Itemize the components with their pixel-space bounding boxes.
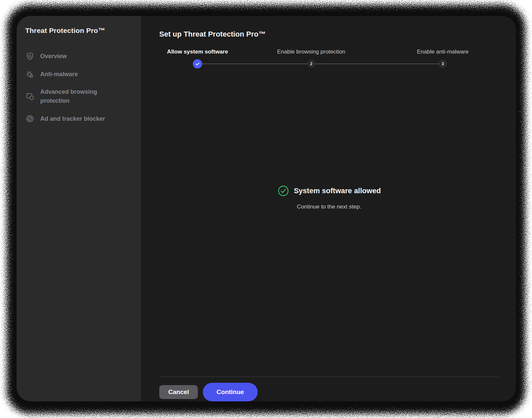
sidebar-title: Threat Protection Pro™: [25, 27, 133, 35]
sidebar-item-overview[interactable]: Overview: [25, 47, 133, 65]
bug-blocked-icon: [25, 70, 35, 79]
browser-shield-icon: [25, 92, 35, 101]
hexagon-slash-icon: [25, 114, 35, 123]
footer: Cancel Continue: [142, 377, 516, 401]
page-title: Set up Threat Protection Pro™: [159, 30, 499, 39]
sidebar-nav: Overview Anti-malware: [25, 47, 133, 128]
sidebar-item-ad-tracker-blocker[interactable]: Ad and tracker blocker: [25, 110, 133, 128]
shield-search-icon: [25, 52, 35, 61]
setup-stepper: Allow system software Enable browsing pr…: [159, 49, 499, 69]
sidebar-item-anti-malware[interactable]: Anti-malware: [25, 65, 133, 83]
continue-button[interactable]: Continue: [203, 383, 257, 401]
status-message: System software allowed Continue to the …: [142, 69, 516, 376]
sidebar-item-label: Overview: [40, 52, 67, 61]
step-label: Enable browsing protection: [277, 49, 345, 55]
step-number: 2: [308, 60, 315, 68]
step-allow-system-software: Allow system software: [159, 49, 236, 69]
step-label: Enable anti-malware: [417, 49, 468, 55]
status-title: System software allowed: [294, 187, 381, 195]
sidebar-item-label: Ad and tracker blocker: [40, 114, 105, 123]
sidebar: Threat Protection Pro™ Overview: [17, 16, 142, 401]
success-check-icon: [277, 185, 289, 197]
step-enable-anti-malware: Enable anti-malware 3: [387, 49, 499, 69]
step-enable-browsing-protection: Enable browsing protection 2: [236, 49, 387, 69]
step-done-check-icon: [193, 59, 202, 69]
sidebar-item-label: Anti-malware: [40, 70, 78, 79]
threat-protection-window: Threat Protection Pro™ Overview: [17, 16, 516, 401]
sidebar-item-advanced-browsing[interactable]: Advanced browsing protection: [25, 83, 133, 110]
sidebar-item-label: Advanced browsing protection: [40, 87, 113, 105]
step-label: Allow system software: [167, 49, 228, 55]
cancel-button[interactable]: Cancel: [159, 385, 198, 399]
step-number: 3: [439, 60, 447, 68]
status-subtitle: Continue to the next step.: [297, 204, 361, 210]
main-panel: Set up Threat Protection Pro™ Allow syst…: [142, 16, 516, 401]
